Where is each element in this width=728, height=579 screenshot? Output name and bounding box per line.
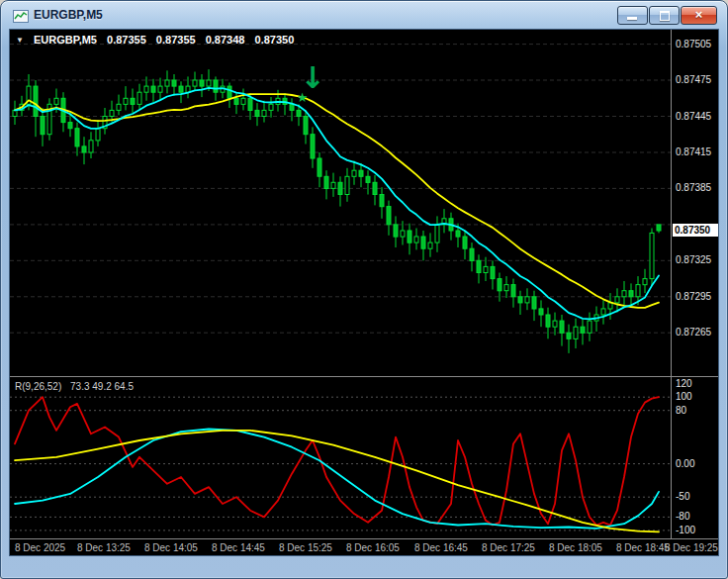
candle [311,135,315,158]
candle [352,170,356,176]
candle [165,80,169,86]
candle [144,86,148,92]
time-axis-label: 8 Dec 15:25 [279,542,332,553]
candle [262,110,266,116]
candle [96,129,100,141]
candle [214,80,218,92]
candle [234,98,238,104]
candle [331,182,335,188]
indicator-name: R(9,26,52) [15,381,61,392]
candle [588,321,592,333]
time-axis-label: 8 Dec 18:05 [549,542,602,553]
candle [608,303,612,309]
price-axis-label: 0.87415 [676,146,711,157]
close-button[interactable]: × [681,6,717,25]
candle [373,182,377,194]
ohlc-open: 0.87355 [107,34,146,46]
time-axis[interactable]: 8 Dec 20258 Dec 13:258 Dec 14:058 Dec 14… [10,539,719,556]
maximize-button[interactable] [649,6,680,25]
candle [13,110,17,116]
indicator-axis-label: -100 [676,525,695,535]
candle [401,231,405,237]
candle [560,321,564,333]
candle [117,104,121,110]
candle [629,291,633,297]
candle [456,231,460,237]
candle [207,80,211,86]
candle [657,225,661,231]
candle [366,176,370,182]
candle [408,231,411,242]
candle [186,86,190,92]
osc-fast-line [15,397,659,525]
candle [269,104,273,110]
candle [546,315,550,327]
price-axis-label: 0.87265 [676,327,711,338]
price-axis[interactable]: 0.87350 0.875050.874750.874450.874150.87… [672,30,719,376]
minimize-button[interactable] [617,6,648,25]
candle [228,86,231,98]
candle [394,225,398,237]
candle [137,92,141,104]
candle [338,182,342,194]
ma-slow-line [15,94,659,308]
candle [158,86,162,92]
time-axis-label: 8 Dec 16:05 [346,542,400,553]
candle [318,158,321,176]
candle [518,297,522,303]
candle [110,110,114,116]
candle [636,285,640,297]
close-icon: × [682,7,716,23]
indicator-axis-label: 120 [676,378,692,389]
candle [567,333,571,338]
ohlc-header: ▼ EURGBP,M5 0.87355 0.87355 0.87348 0.87… [16,34,301,46]
candle [82,146,86,152]
candle [581,327,585,333]
time-axis-label: 8 Dec 19:25 [665,542,718,553]
quote-dropdown-icon[interactable]: ▼ [16,36,24,45]
candle [539,309,543,315]
chart-window-icon[interactable] [13,9,29,22]
time-axis-label: 8 Dec 14:45 [212,542,265,553]
candle [200,80,204,86]
window-title: EURGBP,M5 [34,8,103,22]
candle [172,80,176,86]
candle [463,237,467,248]
candle [151,86,155,92]
candle [470,248,474,260]
price-axis-label: 0.87295 [676,291,711,302]
candle [131,98,135,104]
ohlc-close: 0.87350 [255,34,295,46]
candle [421,237,425,248]
time-axis-label: 8 Dec 14:05 [144,542,198,553]
price-axis-label: 0.87385 [676,182,711,193]
star-marker: ★ [297,90,309,105]
symbol-timeframe-label: EURGBP,M5 [34,34,97,46]
time-axis-label: 8 Dec 17:25 [482,542,535,553]
candle [504,285,508,291]
ma-fast-line [15,88,659,319]
candle [248,98,252,110]
candle [601,309,605,315]
maximize-icon [660,11,670,21]
minimize-icon [627,17,637,20]
indicator-axis[interactable]: 120100800.00-50-80-100 [672,377,719,538]
indicator-axis-label: 100 [676,391,692,402]
main-price-chart[interactable]: ↓★ [10,30,671,376]
candle [491,266,495,278]
current-price-tag: 0.87350 [673,224,718,237]
candle [484,266,488,272]
window-titlebar[interactable]: EURGBP,M5 × [1,1,727,29]
candle [34,86,38,116]
candle [324,176,328,188]
time-axis-label: 8 Dec 18:45 [616,542,670,553]
candle [650,233,654,278]
candle [387,207,391,225]
candle [124,98,128,104]
indicator-axis-label: -80 [676,511,689,522]
candle [615,297,619,303]
candle [380,195,384,207]
candle [241,98,245,104]
indicator-axis-label: -50 [676,491,689,502]
oscillator-subwindow[interactable] [10,377,671,538]
